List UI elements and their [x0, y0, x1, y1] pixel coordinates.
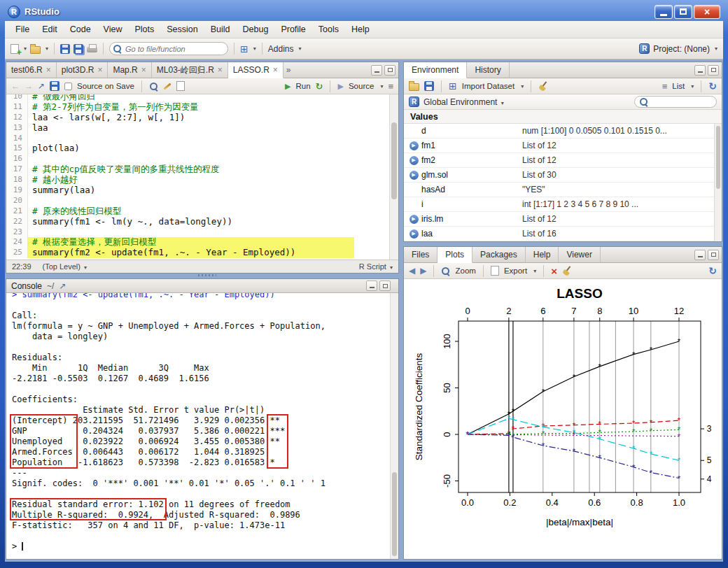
menu-session[interactable]: Session	[160, 22, 204, 37]
minimize-pane-button[interactable]	[694, 65, 706, 76]
scrollbar-thumb[interactable]	[392, 472, 397, 556]
tab-close-icon[interactable]: ×	[97, 66, 102, 74]
back-icon[interactable]: ←	[11, 81, 20, 91]
menu-tools[interactable]: Tools	[312, 22, 345, 37]
workspace-panes-icon[interactable]: ⊞	[240, 44, 248, 54]
goto-file-input[interactable]	[109, 42, 228, 55]
expand-icon[interactable]: ▶	[410, 171, 419, 180]
tab-help[interactable]: Help	[526, 247, 559, 262]
caret-down-icon[interactable]: ▾	[691, 83, 694, 90]
caret-down-icon[interactable]: ▾	[46, 45, 48, 52]
environment-scope-selector[interactable]: Global Environment ▾	[424, 97, 504, 107]
environment-search[interactable]	[634, 96, 717, 108]
zoom-button[interactable]: Zoom	[455, 267, 475, 275]
save-icon[interactable]	[50, 81, 59, 91]
menu-file[interactable]: File	[9, 22, 36, 37]
env-row[interactable]: hasAd"YES"	[404, 183, 722, 197]
clear-environment-icon[interactable]	[538, 81, 548, 91]
save-icon[interactable]	[60, 44, 70, 54]
source-on-save-checkbox[interactable]	[64, 83, 72, 90]
tab-packages[interactable]: Packages	[472, 247, 526, 262]
code-tools-icon[interactable]	[163, 83, 171, 90]
minimize-pane-button[interactable]	[371, 65, 382, 76]
menu-view[interactable]: View	[97, 22, 129, 37]
caret-down-icon[interactable]: ▾	[298, 45, 301, 52]
tab-history[interactable]: History	[467, 62, 509, 78]
export-icon[interactable]	[491, 266, 499, 276]
import-dataset-button[interactable]: Import Dataset	[462, 82, 514, 90]
expand-icon[interactable]: ▶	[410, 141, 419, 150]
env-row[interactable]: ▶laaList of 16	[404, 227, 722, 241]
rerun-icon[interactable]: ↻	[316, 82, 323, 91]
run-icon[interactable]: ▶	[285, 83, 290, 90]
maximize-pane-button[interactable]	[384, 65, 396, 76]
print-icon[interactable]	[87, 44, 97, 53]
env-row[interactable]: iint [1:17] 1 2 3 4 5 6 7 8 9 10 ...	[404, 197, 722, 212]
new-file-icon[interactable]	[10, 44, 19, 54]
pane-splitter-handle[interactable]	[198, 274, 216, 276]
menu-edit[interactable]: Edit	[36, 22, 64, 37]
tab-overflow-icon[interactable]: »	[284, 65, 294, 75]
tab-close-icon[interactable]: ×	[273, 66, 278, 74]
console-path[interactable]: ~/	[47, 281, 54, 291]
tab-plot3d-r[interactable]: plot3D.R×	[57, 62, 108, 78]
find-icon[interactable]	[149, 82, 158, 91]
menu-code[interactable]: Code	[64, 22, 97, 37]
tab-viewer[interactable]: Viewer	[559, 247, 600, 262]
source-button[interactable]: Source	[349, 82, 374, 90]
env-row[interactable]: dnum [1:100] 0 0.0505 0.101 0.1515 0...	[404, 124, 722, 139]
zoom-icon[interactable]	[441, 267, 450, 276]
caret-down-icon[interactable]: ▾	[24, 45, 27, 52]
caret-down-icon[interactable]: ▾	[380, 83, 383, 90]
list-view-button[interactable]: List	[672, 82, 685, 90]
refresh-icon[interactable]: ↻	[708, 81, 717, 91]
expand-icon[interactable]: ▶	[410, 229, 419, 239]
menu-debug[interactable]: Debug	[237, 22, 275, 37]
next-plot-icon[interactable]: ▶	[420, 266, 426, 276]
previous-plot-icon[interactable]: ◀	[409, 266, 415, 276]
tab-close-icon[interactable]: ×	[141, 66, 146, 74]
refresh-icon[interactable]: ↻	[708, 266, 717, 276]
tab-close-icon[interactable]: ×	[218, 66, 223, 74]
tab-lasso-r[interactable]: LASSO.R×	[228, 62, 284, 78]
save-all-icon[interactable]	[74, 44, 83, 54]
caret-down-icon[interactable]: ▾	[533, 268, 536, 274]
menu-profile[interactable]: Profile	[274, 22, 312, 37]
tab-map-r[interactable]: Map.R×	[108, 62, 151, 78]
console-output[interactable]: > summary(fm2 <- update(fm1, .~. - Year …	[6, 293, 398, 559]
load-workspace-icon[interactable]	[409, 83, 419, 91]
tab-test06-r[interactable]: test06.R×	[6, 62, 57, 78]
popout-icon[interactable]: ↗	[38, 82, 45, 90]
minimize-pane-button[interactable]	[366, 281, 377, 291]
tab-close-icon[interactable]: ×	[46, 66, 51, 74]
menu-build[interactable]: Build	[204, 22, 237, 37]
minimize-pane-button[interactable]	[694, 250, 706, 260]
compile-report-icon[interactable]	[176, 81, 185, 91]
expand-icon[interactable]: ▶	[410, 215, 419, 224]
expand-icon[interactable]: ▶	[410, 156, 419, 165]
document-outline-icon[interactable]: ≡	[388, 82, 393, 91]
scrollbar-thumb[interactable]	[391, 122, 397, 199]
open-file-icon[interactable]	[30, 46, 41, 54]
tab-ml03-r[interactable]: ML03-岭回归.R×	[152, 62, 228, 78]
list-view-icon[interactable]: ≡	[662, 82, 668, 91]
scope-selector[interactable]: (Top Level) ▾	[43, 262, 88, 271]
caret-down-icon[interactable]: ▾	[521, 83, 524, 90]
forward-icon[interactable]: →	[24, 81, 33, 91]
remove-plot-icon[interactable]: ×	[551, 266, 557, 276]
environment-scrollbar[interactable]	[714, 124, 722, 241]
maximize-pane-button[interactable]	[379, 281, 391, 291]
popout-icon[interactable]: ↗	[59, 282, 66, 290]
env-row[interactable]: ▶fm1List of 12	[404, 139, 722, 153]
tab-plots[interactable]: Plots	[438, 247, 472, 263]
env-row[interactable]: ▶glm.solList of 30	[404, 168, 722, 183]
console-scrollbar[interactable]	[390, 293, 398, 559]
save-workspace-icon[interactable]	[424, 81, 434, 91]
code-editor[interactable]: 10# 做最小角回归11# 第2-7列作为自变量，第一列作为因变量12laa <…	[6, 94, 398, 260]
scrollbar-thumb[interactable]	[716, 126, 720, 189]
export-button[interactable]: Export	[504, 267, 527, 275]
tab-environment[interactable]: Environment	[404, 62, 467, 78]
env-row[interactable]: ▶iris.lmList of 12	[404, 212, 722, 227]
close-button[interactable]: ×	[694, 5, 720, 19]
menu-plots[interactable]: Plots	[128, 22, 160, 37]
